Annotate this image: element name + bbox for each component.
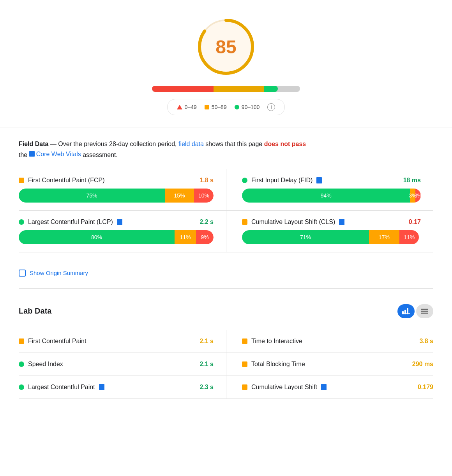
- lab-value-right-0: 3.8 s: [419, 338, 433, 345]
- chart-icon: [402, 308, 410, 314]
- chart-view-button[interactable]: [397, 304, 415, 318]
- lab-metric-title-left-0: First Contentful Paint: [19, 338, 86, 345]
- bar-segment-lcp-1: 11%: [175, 230, 196, 244]
- core-web-vitals-link[interactable]: Core Web Vitals: [29, 149, 81, 159]
- metric-header-fcp: First Contentful Paint (FCP)1.8 s: [19, 177, 214, 184]
- bar-segment-fid-0: 94%: [242, 189, 410, 203]
- lab-divider: [19, 288, 433, 289]
- field-data-link[interactable]: field data: [178, 141, 204, 147]
- field-data-description: Field Data — Over the previous 28-day co…: [19, 139, 433, 160]
- lab-title-text-left-2: Largest Contentful Paint: [28, 384, 95, 391]
- lab-value-right-2: 0.179: [418, 384, 433, 391]
- metric-title-fid: First Input Delay (FID): [251, 177, 313, 184]
- metric-value-cls: 0.17: [409, 219, 421, 226]
- metric-cell-lcp: Largest Contentful Paint (LCP)2.2 s80%11…: [19, 211, 226, 252]
- metric-value-fid: 18 ms: [403, 177, 421, 184]
- lab-title-text-right-2: Cumulative Layout Shift: [251, 384, 317, 391]
- lab-data-header: Lab Data: [19, 304, 433, 318]
- lab-value-right-1: 290 ms: [412, 361, 433, 368]
- metrics-grid: First Contentful Paint (FCP)1.8 s75%15%1…: [19, 169, 433, 252]
- gauge-bar: [152, 86, 300, 92]
- svg-rect-2: [402, 311, 404, 314]
- lab-value-left-1: 2.1 s: [200, 361, 214, 368]
- lab-title-text-left-1: Speed Index: [28, 361, 63, 368]
- lab-metric-title-right-1: Total Blocking Time: [242, 361, 305, 368]
- lab-metric-right-0: Time to Interactive3.8 s: [226, 330, 433, 353]
- legend-item-green: 90–100: [235, 104, 260, 110]
- does-not-pass-text: does not pass: [264, 141, 306, 147]
- metric-title-group-cls: Cumulative Layout Shift (CLS): [242, 219, 344, 226]
- bar-segment-cls-2: 11%: [399, 230, 419, 244]
- metric-title-lcp: Largest Contentful Paint (LCP): [28, 219, 113, 226]
- lab-indicator-right-1: [242, 361, 247, 367]
- lab-indicator-left-2: [19, 384, 24, 390]
- lab-value-left-2: 2.3 s: [200, 384, 214, 391]
- metric-indicator-cls: [242, 219, 247, 225]
- metric-indicator-fcp: [19, 178, 24, 183]
- legend-item-orange: 50–89: [205, 104, 227, 110]
- field-data-desc1: — Over the previous 28-day collection pe…: [48, 141, 178, 147]
- field-data-desc4: assessment.: [81, 151, 118, 158]
- show-origin-summary-button[interactable]: Show Origin Summary: [19, 262, 433, 288]
- lab-metric-left-0: First Contentful Paint2.1 s: [19, 330, 226, 353]
- metric-flag-cls: [339, 219, 344, 225]
- metric-title-fcp: First Contentful Paint (FCP): [28, 177, 105, 184]
- metric-cell-fid: First Input Delay (FID)18 ms94%3%3%: [226, 169, 433, 211]
- metric-flag-lcp: [117, 219, 122, 225]
- legend-range3: 90–100: [242, 104, 260, 110]
- legend-item-red: 0–49: [177, 104, 197, 110]
- lab-indicator-right-2: [242, 384, 247, 390]
- section-divider: [0, 127, 452, 127]
- view-toggle: [397, 304, 433, 318]
- bar-segment-fcp-2: 10%: [194, 189, 214, 203]
- legend-range2: 50–89: [212, 104, 227, 110]
- score-legend: 0–49 50–89 90–100 i: [167, 99, 285, 115]
- lab-metric-title-right-0: Time to Interactive: [242, 338, 302, 345]
- lab-title-text-right-1: Total Blocking Time: [251, 361, 305, 368]
- metric-cell-fcp: First Contentful Paint (FCP)1.8 s75%15%1…: [19, 169, 226, 211]
- lab-metric-left-2: Largest Contentful Paint2.3 s: [19, 376, 226, 399]
- bar-segment-cls-1: 17%: [369, 230, 399, 244]
- dist-bar-lcp: 80%11%9%: [19, 230, 214, 244]
- bar-segment-fid-2: 3%: [415, 189, 421, 203]
- field-data-desc3: the: [19, 151, 29, 158]
- score-section: 85 0–49 50–89 90–100 i: [0, 0, 452, 127]
- lab-metric-title-left-1: Speed Index: [19, 361, 63, 368]
- lab-title-text-left-0: First Contentful Paint: [28, 338, 86, 345]
- lab-value-left-0: 2.1 s: [200, 338, 214, 345]
- score-circle: 85: [195, 16, 257, 78]
- lab-data-section: Lab Data: [19, 300, 433, 399]
- lab-metric-left-1: Speed Index2.1 s: [19, 353, 226, 376]
- lab-title-text-right-0: Time to Interactive: [251, 338, 302, 345]
- lab-flag-right-2: [321, 384, 327, 390]
- lab-metric-title-right-2: Cumulative Layout Shift: [242, 384, 327, 391]
- list-icon: [421, 309, 428, 314]
- info-icon[interactable]: i: [267, 103, 275, 111]
- bar-segment-lcp-0: 80%: [19, 230, 175, 244]
- lab-indicator-left-1: [19, 361, 24, 367]
- bar-segment-lcp-2: 9%: [196, 230, 214, 244]
- origin-summary-checkbox[interactable]: [19, 270, 26, 277]
- dist-bar-fid: 94%3%3%: [242, 189, 421, 203]
- metric-header-fid: First Input Delay (FID)18 ms: [242, 177, 421, 184]
- bar-segment-fcp-0: 75%: [19, 189, 165, 203]
- lab-metric-right-1: Total Blocking Time290 ms: [226, 353, 433, 376]
- cwv-flag-icon: [29, 151, 35, 157]
- lab-indicator-left-0: [19, 338, 24, 344]
- main-content: Field Data — Over the previous 28-day co…: [0, 139, 452, 399]
- lab-flag-left-2: [99, 384, 104, 390]
- cwv-link-text: Core Web Vitals: [36, 149, 81, 159]
- score-value: 85: [215, 36, 236, 58]
- lab-metric-right-2: Cumulative Layout Shift0.179: [226, 376, 433, 399]
- dist-bar-fcp: 75%15%10%: [19, 189, 214, 203]
- metric-header-lcp: Largest Contentful Paint (LCP)2.2 s: [19, 219, 214, 226]
- metric-value-lcp: 2.2 s: [200, 219, 214, 226]
- gauge-bar-fill: [152, 86, 278, 92]
- metric-cell-cls: Cumulative Layout Shift (CLS)0.1771%17%1…: [226, 211, 433, 252]
- list-view-button[interactable]: [416, 304, 433, 318]
- field-data-desc2: shows that this page: [204, 141, 264, 147]
- lab-metrics-grid: First Contentful Paint2.1 sTime to Inter…: [19, 330, 433, 399]
- legend-range1: 0–49: [185, 104, 197, 110]
- show-origin-summary-label: Show Origin Summary: [30, 270, 88, 276]
- bar-segment-cls-0: 71%: [242, 230, 369, 244]
